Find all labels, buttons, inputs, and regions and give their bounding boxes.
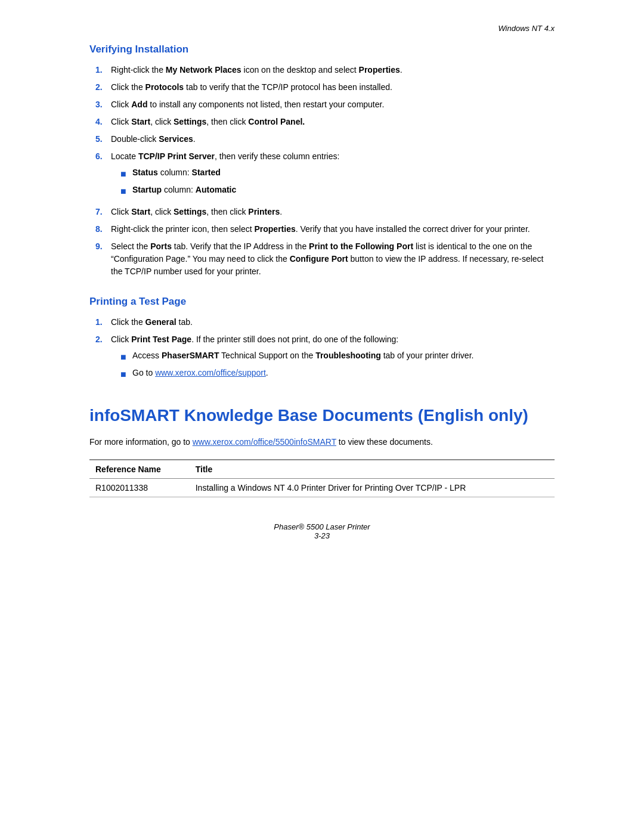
step-content: Click the General tab.: [111, 316, 555, 329]
table-cell-reference: R1002011338: [89, 478, 190, 497]
list-item: ■ Status column: Started: [120, 166, 555, 181]
intro-before: For more information, go to: [89, 437, 193, 447]
verifying-heading: Verifying Installation: [89, 44, 555, 55]
list-item: 6. Locate TCP/IP Print Server, then veri…: [95, 150, 555, 201]
step-number: 2.: [95, 333, 111, 346]
infosmart-link[interactable]: www.xerox.com/office/5500infoSMART: [193, 437, 336, 447]
verifying-section: Verifying Installation 1. Right-click th…: [89, 44, 555, 278]
bullet-text: Startup column: Automatic: [132, 184, 236, 196]
step-content: Double-click Services.: [111, 133, 555, 145]
step-content: Click Start, click Settings, then click …: [111, 116, 555, 128]
bullet-icon: ■: [120, 367, 132, 382]
bullet-text: Status column: Started: [132, 166, 221, 179]
infosmart-section: infoSMART Knowledge Base Documents (Engl…: [89, 405, 555, 497]
step-content: Click Print Test Page. If the printer st…: [111, 333, 555, 384]
step-content: Click Start, click Settings, then click …: [111, 206, 555, 218]
list-item: 2. Click the Protocols tab to verify tha…: [95, 81, 555, 94]
step-number: 7.: [95, 206, 111, 218]
footer-line1: Phaser® 5500 Laser Printer: [89, 522, 555, 531]
list-item: 1. Right-click the My Network Places ico…: [95, 64, 555, 76]
list-item: 9. Select the Ports tab. Verify that the…: [95, 240, 555, 278]
list-item: 3. Click Add to install any components n…: [95, 98, 555, 111]
bullet-icon: ■: [120, 350, 132, 364]
infosmart-heading: infoSMART Knowledge Base Documents (Engl…: [89, 405, 555, 426]
printing-section: Printing a Test Page 1. Click the Genera…: [89, 296, 555, 384]
step-number: 4.: [95, 116, 111, 128]
step-number: 3.: [95, 98, 111, 111]
documents-table: Reference Name Title R1002011338 Install…: [89, 460, 555, 497]
step-content: Select the Ports tab. Verify that the IP…: [111, 240, 555, 278]
printing-list: 1. Click the General tab. 2. Click Print…: [95, 316, 555, 384]
header-text: Windows NT 4.x: [498, 24, 555, 33]
step-number: 5.: [95, 133, 111, 145]
col-header-reference: Reference Name: [89, 460, 190, 479]
bullet-list: ■ Access PhaserSMART Technical Support o…: [120, 349, 555, 382]
list-item: 7. Click Start, click Settings, then cli…: [95, 206, 555, 218]
verifying-list: 1. Right-click the My Network Places ico…: [95, 64, 555, 278]
bullet-icon: ■: [120, 167, 132, 181]
table-row: R1002011338 Installing a Windows NT 4.0 …: [89, 478, 555, 497]
step-content: Click the Protocols tab to verify that t…: [111, 81, 555, 94]
step-content: Right-click the printer icon, then selec…: [111, 223, 555, 236]
list-item: 2. Click Print Test Page. If the printer…: [95, 333, 555, 384]
step-number: 6.: [95, 150, 111, 163]
bullet-icon: ■: [120, 184, 132, 199]
list-item: ■ Access PhaserSMART Technical Support o…: [120, 349, 555, 364]
printing-heading: Printing a Test Page: [89, 296, 555, 308]
list-item: ■ Go to www.xerox.com/office/support.: [120, 367, 555, 382]
table-header-row: Reference Name Title: [89, 460, 555, 479]
step-number: 9.: [95, 240, 111, 253]
list-item: 4. Click Start, click Settings, then cli…: [95, 116, 555, 128]
list-item: 5. Double-click Services.: [95, 133, 555, 145]
step-content: Locate TCP/IP Print Server, then verify …: [111, 150, 555, 201]
step-number: 2.: [95, 81, 111, 94]
table-cell-title: Installing a Windows NT 4.0 Printer Driv…: [190, 478, 555, 497]
documents-table-container: Reference Name Title R1002011338 Install…: [89, 459, 555, 497]
step-number: 1.: [95, 316, 111, 329]
list-item: 1. Click the General tab.: [95, 316, 555, 329]
bullet-text: Go to www.xerox.com/office/support.: [132, 367, 268, 379]
list-item: 8. Right-click the printer icon, then se…: [95, 223, 555, 236]
step-number: 1.: [95, 64, 111, 76]
step-content: Click Add to install any components not …: [111, 98, 555, 111]
infosmart-intro: For more information, go to www.xerox.co…: [89, 435, 555, 448]
page-header-right: Windows NT 4.x: [89, 24, 555, 33]
col-header-title: Title: [190, 460, 555, 479]
footer-line2: 3-23: [89, 531, 555, 540]
intro-after: to view these documents.: [336, 437, 433, 447]
list-item: ■ Startup column: Automatic: [120, 184, 555, 199]
page-footer: Phaser® 5500 Laser Printer 3-23: [89, 522, 555, 540]
xerox-support-link[interactable]: www.xerox.com/office/support: [155, 368, 266, 377]
bullet-list: ■ Status column: Started ■ Startup colum…: [120, 166, 555, 199]
step-number: 8.: [95, 223, 111, 236]
bullet-text: Access PhaserSMART Technical Support on …: [132, 349, 473, 362]
step-content: Right-click the My Network Places icon o…: [111, 64, 555, 76]
